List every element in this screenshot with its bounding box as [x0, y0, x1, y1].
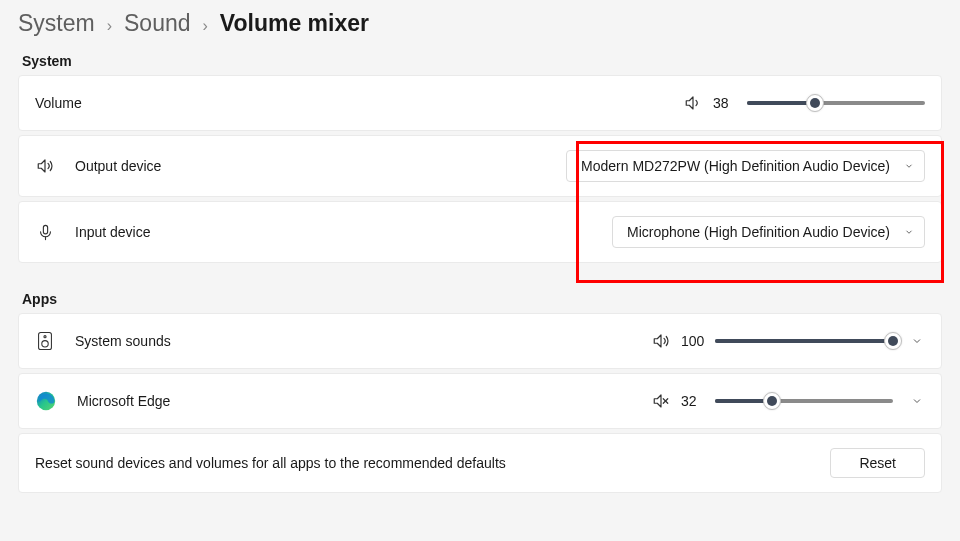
- app-row-microsoft-edge: Microsoft Edge 32: [18, 373, 942, 429]
- app-volume-slider[interactable]: [715, 331, 893, 351]
- input-device-label: Input device: [75, 224, 151, 240]
- reset-description: Reset sound devices and volumes for all …: [35, 455, 506, 471]
- chevron-down-icon: [904, 227, 914, 237]
- speaker-icon[interactable]: [651, 332, 671, 350]
- speaker-icon[interactable]: [683, 94, 703, 112]
- volume-label: Volume: [35, 95, 82, 111]
- section-heading-system: System: [22, 53, 942, 69]
- svg-marker-7: [654, 335, 661, 347]
- breadcrumb-separator: ›: [107, 17, 112, 35]
- breadcrumb: System › Sound › Volume mixer: [18, 10, 942, 37]
- output-device-label: Output device: [75, 158, 161, 174]
- input-device-dropdown[interactable]: Microphone (High Definition Audio Device…: [612, 216, 925, 248]
- reset-card: Reset sound devices and volumes for all …: [18, 433, 942, 493]
- chevron-down-icon: [904, 161, 914, 171]
- input-device-card: Input device Microphone (High Definition…: [18, 201, 942, 263]
- app-label: Microsoft Edge: [77, 393, 170, 409]
- reset-button[interactable]: Reset: [830, 448, 925, 478]
- svg-marker-1: [38, 160, 45, 172]
- output-device-card: Output device Modern MD272PW (High Defin…: [18, 135, 942, 197]
- input-device-selected: Microphone (High Definition Audio Device…: [627, 224, 890, 240]
- expand-chevron-icon[interactable]: [909, 333, 925, 349]
- app-row-system-sounds: System sounds 100: [18, 313, 942, 369]
- speaker-muted-icon[interactable]: [651, 392, 671, 410]
- volume-value: 38: [713, 95, 737, 111]
- app-volume-value: 100: [681, 333, 705, 349]
- svg-marker-9: [654, 395, 661, 407]
- volume-card: Volume 38: [18, 75, 942, 131]
- output-device-selected: Modern MD272PW (High Definition Audio De…: [581, 158, 890, 174]
- app-volume-value: 32: [681, 393, 705, 409]
- app-label: System sounds: [75, 333, 171, 349]
- svg-rect-2: [43, 225, 47, 234]
- microsoft-edge-icon: [35, 390, 57, 412]
- breadcrumb-sound[interactable]: Sound: [124, 10, 191, 37]
- speaker-device-icon: [35, 331, 55, 351]
- svg-point-5: [44, 336, 46, 338]
- section-heading-apps: Apps: [22, 291, 942, 307]
- breadcrumb-separator: ›: [203, 17, 208, 35]
- app-volume-slider[interactable]: [715, 391, 893, 411]
- output-device-dropdown[interactable]: Modern MD272PW (High Definition Audio De…: [566, 150, 925, 182]
- breadcrumb-system[interactable]: System: [18, 10, 95, 37]
- volume-slider[interactable]: [747, 93, 925, 113]
- speaker-icon: [35, 157, 55, 175]
- page-title: Volume mixer: [220, 10, 369, 37]
- microphone-icon: [35, 224, 55, 241]
- svg-point-6: [42, 341, 48, 347]
- expand-chevron-icon[interactable]: [909, 393, 925, 409]
- svg-marker-0: [686, 97, 693, 109]
